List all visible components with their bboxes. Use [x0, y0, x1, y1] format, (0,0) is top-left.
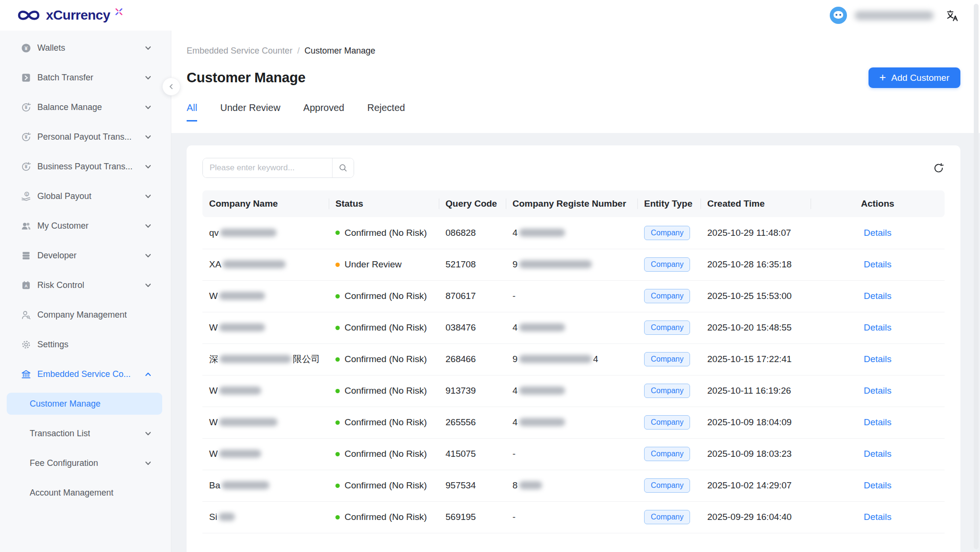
sidebar-item-developer: Developer [0, 241, 171, 270]
details-link[interactable]: Details [864, 512, 891, 522]
actions-cell: Details [811, 249, 945, 280]
query-code-cell: 521708 [439, 249, 506, 280]
breadcrumb-parent[interactable]: Embedded Service Counter [187, 46, 292, 56]
company-name-cell: qv [202, 217, 329, 249]
details-link[interactable]: Details [864, 322, 891, 332]
table-row: XA Under Review 521708 9 Company 2025-10… [202, 249, 945, 280]
sidebar-nav: Wallets Batch Transfer Balance Manage Pe… [0, 33, 171, 508]
user-name-redacted [855, 11, 934, 20]
translate-icon [946, 9, 959, 22]
add-customer-button[interactable]: + Add Customer [869, 67, 960, 88]
status-dot-icon [335, 263, 340, 267]
brand-name: xCurrency [46, 8, 110, 23]
details-link[interactable]: Details [864, 386, 891, 396]
entity-type-cell: Company [637, 375, 701, 407]
sidebar-item-company-management: Company Management [0, 300, 171, 330]
actions-cell: Details [811, 407, 945, 438]
details-link[interactable]: Details [864, 354, 891, 364]
details-link[interactable]: Details [864, 259, 891, 269]
details-link[interactable]: Details [864, 480, 891, 490]
created-time-cell: 2025-10-09 18:04:09 [701, 407, 811, 438]
breadcrumb-current: Customer Manage [304, 46, 375, 56]
logo-x-mark-icon [115, 8, 123, 16]
status-cell: Under Review [329, 249, 439, 280]
chevron-down-icon [145, 104, 152, 111]
actions-cell: Details [811, 217, 945, 249]
column-header-query-code: Query Code [439, 190, 506, 217]
search-button[interactable] [332, 158, 354, 177]
query-code-cell: 268466 [439, 343, 506, 375]
company-name-cell: W [202, 375, 329, 407]
column-header-company-name: Company Name [202, 190, 329, 217]
created-time-cell: 2025-10-25 15:53:00 [701, 280, 811, 312]
sidebar-item-global-payout: Global Payout [0, 181, 171, 211]
entity-type-badge: Company [644, 226, 690, 240]
tab-approved[interactable]: Approved [303, 102, 345, 121]
details-link[interactable]: Details [864, 449, 891, 459]
query-code-cell: 038476 [439, 312, 506, 343]
register-number-cell: - [506, 280, 637, 312]
redacted-text [219, 323, 265, 331]
tab-under-review[interactable]: Under Review [220, 102, 280, 121]
redacted-text [219, 292, 265, 300]
query-code-cell: 086828 [439, 217, 506, 249]
redacted-text [519, 418, 565, 426]
sidebar-item-wallets: Wallets [0, 33, 171, 63]
status-dot-icon [335, 326, 340, 330]
sidebar-item-account-management: Account Management [0, 478, 171, 508]
entity-type-badge: Company [644, 384, 690, 398]
sidebar-item-embedded-service-co: Embedded Service Co... [0, 359, 171, 389]
entity-type-badge: Company [644, 257, 690, 272]
status-cell: Confirmed (No Risk) [329, 501, 439, 533]
register-number-cell: - [506, 501, 637, 533]
created-time-cell: 2025-10-11 16:19:26 [701, 375, 811, 407]
chevron-down-icon [145, 193, 152, 200]
users-icon [21, 221, 32, 232]
tab-all[interactable]: All [187, 102, 197, 121]
entity-type-badge: Company [644, 415, 690, 430]
gear-icon [21, 339, 32, 350]
refresh-button[interactable] [933, 162, 945, 174]
sidebar-item-my-customer: My Customer [0, 211, 171, 241]
redacted-text [519, 481, 542, 489]
scrollbar[interactable] [974, 4, 979, 549]
company-name-cell: W [202, 280, 329, 312]
details-link[interactable]: Details [864, 417, 891, 427]
server-icon [21, 250, 32, 261]
status-cell: Confirmed (No Risk) [329, 470, 439, 501]
sidebar-item-batch-transfer: Batch Transfer [0, 63, 171, 92]
bank-icon [21, 369, 32, 380]
status-dot-icon [335, 452, 340, 456]
page-title: Customer Manage [187, 70, 305, 86]
register-number-cell: - [506, 438, 637, 470]
redacted-text [219, 513, 235, 521]
cycle-yen-icon [21, 132, 32, 143]
plus-icon: + [880, 72, 886, 83]
tab-rejected[interactable]: Rejected [367, 102, 405, 121]
query-code-cell: 415075 [439, 438, 506, 470]
status-dot-icon [335, 515, 340, 519]
sidebar: Wallets Batch Transfer Balance Manage Pe… [0, 31, 171, 552]
column-header-entity-type: Entity Type [637, 190, 701, 217]
created-time-cell: 2025-09-29 16:04:40 [701, 501, 811, 533]
chevron-down-icon [145, 74, 152, 81]
query-code-cell: 870617 [439, 280, 506, 312]
entity-type-badge: Company [644, 478, 690, 493]
table-row: W Confirmed (No Risk) 870617 - Company 2… [202, 280, 945, 312]
user-menu[interactable] [830, 7, 934, 24]
register-number-cell: 4 [506, 312, 637, 343]
details-link[interactable]: Details [864, 228, 891, 238]
sidebar-collapse-button[interactable] [162, 77, 180, 96]
search-input[interactable] [203, 158, 332, 177]
brand-logo: xCurrency [16, 7, 123, 24]
redacted-text [219, 450, 261, 458]
status-cell: Confirmed (No Risk) [329, 343, 439, 375]
language-switch-button[interactable] [946, 9, 959, 22]
created-time-cell: 2025-10-20 15:48:55 [701, 312, 811, 343]
column-header-company-registe-number: Company Registe Number [506, 190, 637, 217]
table-row: Si Confirmed (No Risk) 569195 - Company … [202, 501, 945, 533]
actions-cell: Details [811, 501, 945, 533]
column-header-created-time: Created Time [701, 190, 811, 217]
company-name-cell: Ba [202, 470, 329, 501]
details-link[interactable]: Details [864, 291, 891, 301]
